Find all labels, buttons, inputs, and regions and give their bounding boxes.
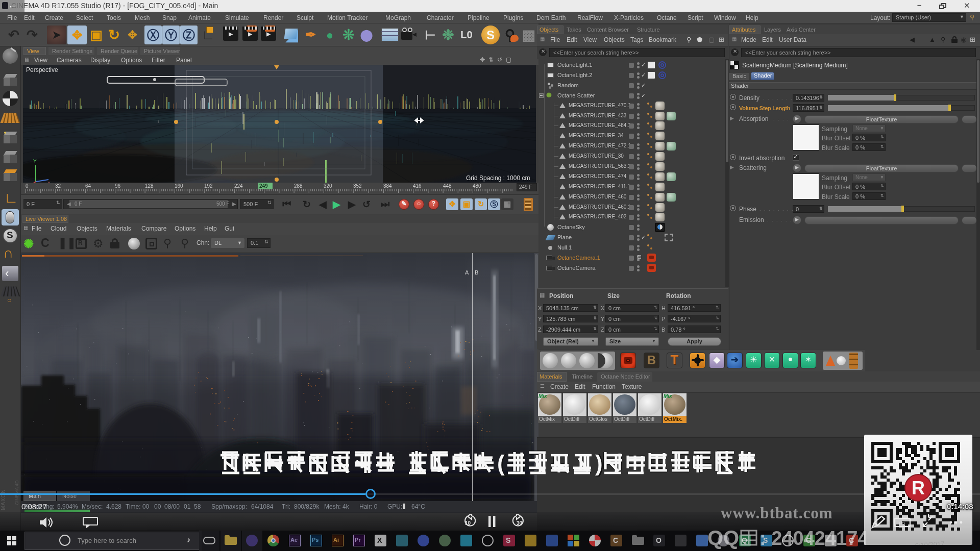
svg-text:Y: Y xyxy=(33,159,37,164)
svg-text:QQ: QQ xyxy=(707,527,739,549)
svg-text:Grid Spacing : 1000 cm: Grid Spacing : 1000 cm xyxy=(466,174,530,182)
svg-text:Perspective: Perspective xyxy=(26,66,58,73)
svg-text:HD: HD xyxy=(899,521,905,525)
svg-text:A: A xyxy=(465,269,469,276)
svg-text:R: R xyxy=(912,478,925,498)
svg-text:): ) xyxy=(595,450,603,475)
svg-text:10: 10 xyxy=(465,520,471,526)
svg-text:(: ( xyxy=(497,450,505,475)
svg-text:B: B xyxy=(475,269,478,276)
svg-text:30: 30 xyxy=(517,520,523,526)
svg-text:: 240424174: : 240424174 xyxy=(760,528,866,549)
